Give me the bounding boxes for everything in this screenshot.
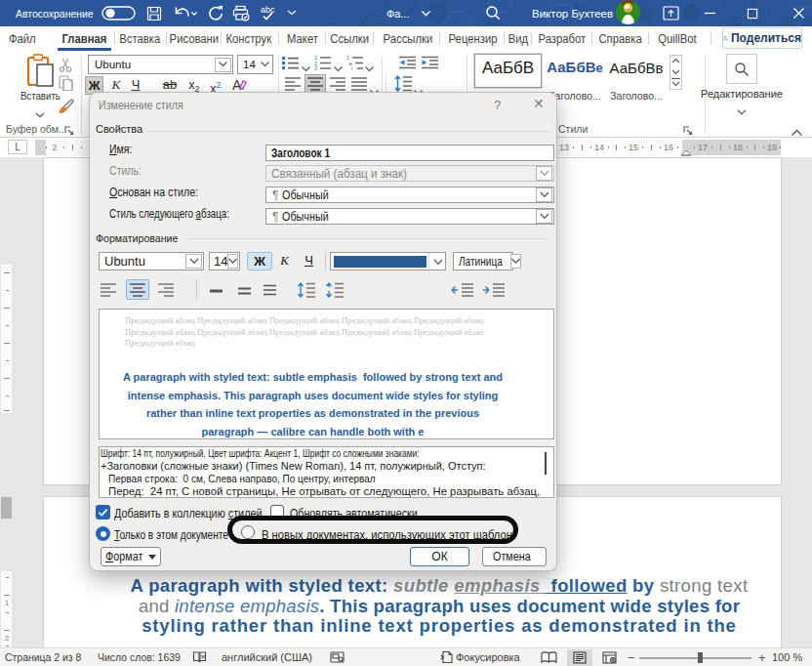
svg-text:15: 15 bbox=[629, 143, 638, 152]
svg-text:2: 2 bbox=[52, 143, 57, 152]
svg-text:18: 18 bbox=[733, 143, 743, 152]
svg-text:1: 1 bbox=[5, 599, 10, 607]
svg-text:17: 17 bbox=[698, 143, 708, 152]
svg-text:19: 19 bbox=[767, 143, 777, 152]
svg-text:13: 13 bbox=[559, 143, 569, 152]
svg-text:16: 16 bbox=[664, 143, 673, 152]
svg-text:2: 2 bbox=[5, 634, 10, 643]
svg-text:abc: abc bbox=[261, 5, 275, 15]
svg-text:3: 3 bbox=[314, 65, 317, 70]
svg-text:14: 14 bbox=[594, 143, 604, 152]
svg-text:i: i bbox=[351, 65, 352, 70]
